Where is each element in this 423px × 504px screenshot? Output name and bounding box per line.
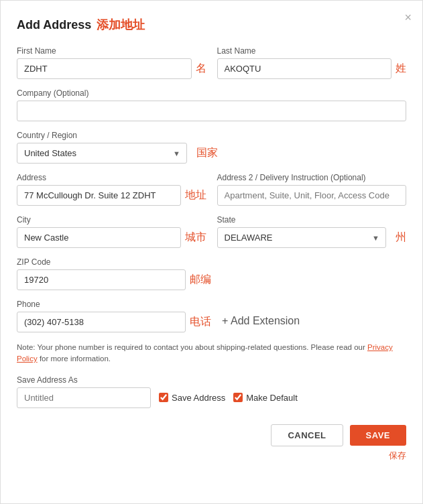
zip-input-wrapper: 邮编 [17,269,211,290]
state-annotation: 州 [396,231,406,245]
phone-group: Phone 电话 [17,300,211,332]
make-default-checkbox-label: Make Default [246,393,298,403]
address-annotation: 地址 [185,188,206,202]
zip-row: ZIP Code 邮编 [17,257,406,290]
first-name-annotation: 名 [196,62,206,76]
save-address-checkbox-label: Save Address [172,393,225,403]
city-state-row: City 城市 State DELAWARE ▼ 州 [17,215,406,248]
last-name-group: Last Name 姓 [217,46,407,79]
modal-title-en: Add Address [17,18,91,32]
save-address-checkbox-item: Save Address [159,393,225,403]
zip-input[interactable] [17,269,186,290]
phone-note: Note: Your phone number is required to c… [17,342,406,365]
country-label: Country / Region [17,131,218,140]
make-default-checkbox-item: Make Default [233,393,298,403]
address-label: Address [17,173,206,182]
save-as-label: Save Address As [17,375,78,385]
footer-buttons: CANCEL SAVE [17,424,406,446]
modal-header: Add Address 添加地址 [17,17,406,33]
company-row: Company (Optional) [17,88,406,121]
country-row: Country / Region United States ▼ 国家 [17,131,406,164]
state-group: State DELAWARE ▼ 州 [217,215,407,248]
close-button[interactable]: × [404,11,412,23]
company-label: Company (Optional) [17,88,406,98]
zip-label: ZIP Code [17,257,211,267]
city-input-wrapper: 城市 [17,227,206,248]
save-address-checkbox[interactable] [159,393,168,402]
address-row: Address 地址 Address 2 / Delivery Instruct… [17,173,406,206]
phone-row: Phone 电话 + Add Extension [17,300,406,332]
address-input-wrapper: 地址 [17,185,206,206]
state-select-wrapper: DELAWARE ▼ [217,227,387,248]
phone-label: Phone [17,300,211,309]
last-name-label: Last Name [217,46,407,56]
zip-annotation: 邮编 [190,273,211,287]
country-group: Country / Region United States ▼ 国家 [17,131,218,164]
country-annotation: 国家 [196,146,218,160]
address2-group: Address 2 / Delivery Instruction (Option… [217,173,407,206]
save-as-input[interactable] [17,387,151,408]
first-name-input-wrapper: 名 [17,58,206,79]
company-group: Company (Optional) [17,88,406,121]
save-address-row: Save Address Make Default [17,387,406,408]
address2-label: Address 2 / Delivery Instruction (Option… [217,173,407,182]
address-input[interactable] [17,185,181,206]
country-select-wrapper: United States ▼ [17,143,187,164]
phone-input[interactable] [17,312,186,332]
save-button[interactable]: SAVE [350,425,406,446]
make-default-checkbox[interactable] [233,393,243,402]
state-select[interactable]: DELAWARE [217,227,387,248]
first-name-group: First Name 名 [17,46,206,79]
add-extension-label: Add Extension [231,315,300,326]
city-group: City 城市 [17,215,206,248]
address-group: Address 地址 [17,173,206,206]
save-address-section: Save Address As Save Address Make Defaul… [17,375,406,408]
plus-icon: + [222,315,228,326]
city-label: City [17,215,206,225]
last-name-input[interactable] [217,58,392,79]
first-name-input[interactable] [17,58,192,79]
add-address-modal: Add Address 添加地址 × First Name 名 Last Nam… [0,0,423,504]
country-select[interactable]: United States [17,143,187,164]
last-name-annotation: 姓 [396,62,406,76]
save-cn-annotation: 保存 [389,450,406,462]
last-name-input-wrapper: 姓 [217,58,407,79]
zip-group: ZIP Code 邮编 [17,257,211,290]
address2-input[interactable] [217,185,407,206]
name-row: First Name 名 Last Name 姓 [17,46,406,79]
phone-annotation: 电话 [190,315,211,329]
state-label: State [217,215,407,225]
city-input[interactable] [17,227,181,248]
cancel-button[interactable]: CANCEL [271,424,343,446]
add-extension-button[interactable]: + Add Extension [222,316,300,326]
modal-title-cn: 添加地址 [97,17,145,33]
company-input[interactable] [17,101,406,121]
city-annotation: 城市 [185,231,206,245]
phone-input-wrapper: 电话 [17,312,211,332]
first-name-label: First Name [17,46,206,56]
